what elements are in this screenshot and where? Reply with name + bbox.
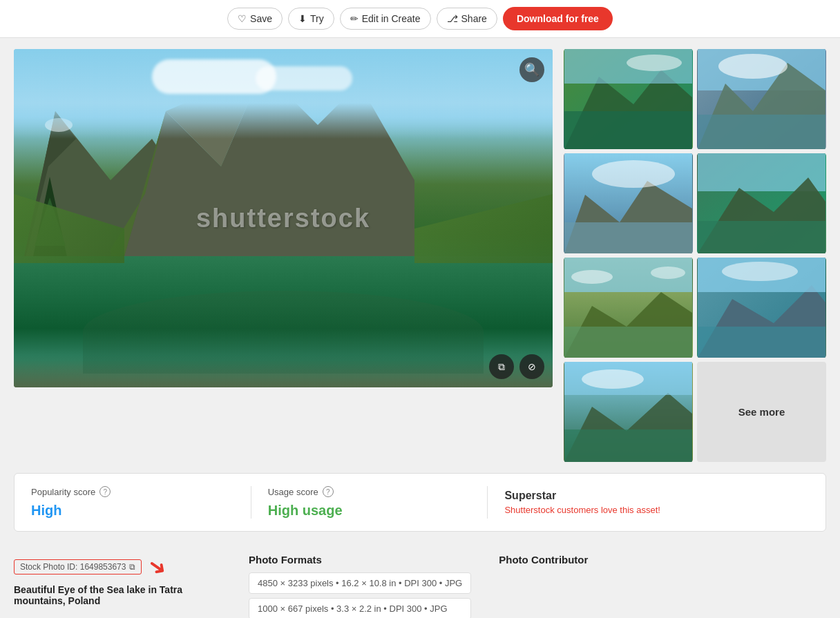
- thumbnail-7[interactable]: [564, 362, 693, 462]
- photo-title: Beautiful Eye of the Sea lake in Tatra m…: [14, 584, 235, 606]
- svg-rect-19: [698, 115, 825, 149]
- details-section: Stock Photo ID: 1649853673 ⧉ ➜ Beautiful…: [0, 543, 840, 618]
- save-label: Save: [250, 13, 272, 24]
- svg-rect-32: [564, 327, 692, 358]
- svg-point-20: [718, 54, 788, 79]
- thumbnail-4[interactable]: [697, 153, 826, 253]
- zoom-icon: 🔍: [524, 62, 540, 77]
- svg-point-44: [582, 369, 644, 389]
- popularity-score-label: Popularity score ?: [31, 486, 234, 497]
- svg-rect-43: [564, 429, 692, 462]
- usage-score-block: Usage score ? High usage: [251, 486, 488, 519]
- svg-point-39: [722, 262, 798, 281]
- svg-rect-13: [564, 111, 692, 149]
- svg-rect-23: [564, 222, 692, 253]
- share-icon: ⎇: [447, 13, 458, 24]
- see-more-box[interactable]: See more: [697, 362, 826, 462]
- download-button[interactable]: Download for free: [503, 7, 613, 30]
- photo-info-col: Stock Photo ID: 1649853673 ⧉ ➜ Beautiful…: [14, 554, 235, 617]
- contributor-col: Photo Contributor: [499, 554, 588, 618]
- thumbnail-grid: See more: [564, 49, 826, 462]
- format-item-1[interactable]: 4850 × 3233 pixels • 16.2 × 10.8 in • DP…: [249, 572, 471, 594]
- thumbnail-5[interactable]: [564, 258, 693, 358]
- photo-id-row: Stock Photo ID: 1649853673 ⧉ ➜: [14, 554, 235, 580]
- red-arrow-icon: ➜: [143, 551, 173, 583]
- download-free-label: Download for free: [517, 13, 599, 24]
- superstar-sub: Shutterstock customers love this asset!: [504, 505, 809, 515]
- format-item-2[interactable]: 1000 × 667 pixels • 3.3 × 2.2 in • DPI 3…: [249, 598, 471, 618]
- share-button[interactable]: ⎇ Share: [437, 8, 497, 30]
- formats-title: Photo Formats: [249, 554, 471, 566]
- toolbar: ♡ Save ⬇ Try ✏ Edit in Create ⎇ Share Do…: [0, 0, 840, 38]
- photo-id-label: Stock Photo ID: 1649853673: [20, 562, 126, 572]
- svg-rect-28: [698, 221, 825, 253]
- scores-section: Popularity score ? High Usage score ? Hi…: [14, 473, 826, 532]
- contributor-title: Photo Contributor: [499, 554, 588, 566]
- svg-point-33: [571, 270, 613, 284]
- edit-label: Edit in Create: [362, 13, 421, 24]
- main-content: shutterstock 🔍 ⧉ ⊘: [0, 38, 840, 473]
- svg-point-24: [592, 160, 675, 188]
- see-more-label: See more: [738, 406, 785, 418]
- bottom-icons: ⧉ ⊘: [489, 354, 544, 379]
- save-button[interactable]: ♡ Save: [227, 8, 283, 30]
- compare-icon: ⧉: [498, 361, 505, 373]
- zoom-button[interactable]: 🔍: [519, 57, 544, 82]
- usage-info-icon[interactable]: ?: [323, 486, 334, 497]
- thumbnail-6[interactable]: [697, 258, 826, 358]
- compare-button[interactable]: ⧉: [489, 354, 514, 379]
- no-watermark-icon: ⊘: [528, 361, 536, 372]
- svg-point-34: [651, 267, 685, 279]
- usage-score-label: Usage score ?: [268, 486, 471, 497]
- copy-icon[interactable]: ⧉: [129, 562, 135, 572]
- main-image: [14, 49, 553, 387]
- arrow-indicator: ➜: [149, 554, 167, 580]
- share-label: Share: [461, 13, 487, 24]
- popularity-info-icon[interactable]: ?: [99, 486, 111, 497]
- edit-button[interactable]: ✏ Edit in Create: [340, 8, 431, 30]
- thumbnail-1[interactable]: [564, 49, 693, 149]
- usage-score-value: High usage: [268, 503, 471, 519]
- no-watermark-button[interactable]: ⊘: [519, 354, 544, 379]
- photo-id-box: Stock Photo ID: 1649853673 ⧉: [14, 559, 142, 574]
- left-panel: shutterstock 🔍 ⧉ ⊘: [14, 49, 553, 462]
- formats-contributor: Photo Formats 4850 × 3233 pixels • 16.2 …: [249, 554, 588, 618]
- svg-rect-38: [698, 327, 825, 358]
- superstar-title: Superstar: [504, 490, 809, 502]
- try-label: Try: [310, 13, 324, 24]
- superstar-block: Superstar Shutterstock customers love th…: [488, 490, 809, 515]
- svg-point-15: [627, 55, 682, 71]
- try-button[interactable]: ⬇ Try: [288, 8, 334, 30]
- heart-icon: ♡: [238, 13, 247, 24]
- edit-icon: ✏: [350, 13, 359, 24]
- download-icon: ⬇: [298, 13, 307, 24]
- popularity-score-value: High: [31, 503, 234, 519]
- popularity-score-block: Popularity score ? High: [31, 486, 251, 519]
- thumbnail-3[interactable]: [564, 153, 693, 253]
- image-container: shutterstock 🔍 ⧉ ⊘: [14, 49, 553, 387]
- thumbnail-2[interactable]: [697, 49, 826, 149]
- formats-col: Photo Formats 4850 × 3233 pixels • 16.2 …: [249, 554, 471, 618]
